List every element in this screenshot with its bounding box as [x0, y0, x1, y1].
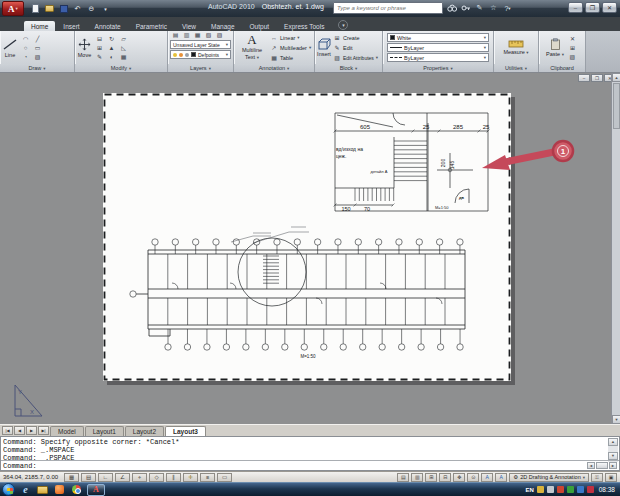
favorites-star-icon[interactable]: ☆	[488, 3, 499, 14]
search-binoculars-icon[interactable]	[446, 3, 457, 14]
tab-insert[interactable]: Insert	[56, 21, 86, 31]
tray-printer-icon[interactable]	[547, 486, 554, 493]
ducs-toggle[interactable]: ∥	[166, 473, 181, 482]
linetype-dropdown[interactable]: ByLayer▾	[387, 53, 489, 62]
multileader-button[interactable]: ↗Multileader▾	[270, 43, 311, 52]
command-scroll-down-icon[interactable]: ▼	[608, 452, 618, 460]
new-file-button[interactable]	[30, 3, 41, 14]
tray-shield-icon[interactable]	[537, 486, 544, 493]
panel-modify-expander[interactable]: Modify▾	[75, 64, 167, 72]
zoom-icon[interactable]: ⊙	[467, 473, 479, 482]
table-button[interactable]: ▦Table	[270, 53, 311, 62]
match-properties-icon[interactable]: ▨	[567, 53, 578, 61]
chrome-button[interactable]	[70, 484, 83, 496]
panel-block-expander[interactable]: Block▾	[315, 64, 382, 72]
explorer-button[interactable]	[36, 484, 49, 496]
tab-layout3[interactable]: Layout3	[165, 426, 206, 436]
command-line-window[interactable]: Command: Specify opposite corner: *Cance…	[0, 436, 620, 471]
help-button[interactable]: ?▾	[502, 3, 513, 14]
tab-manage[interactable]: Manage	[204, 21, 242, 31]
line-button[interactable]: Line	[2, 38, 18, 58]
save-button[interactable]	[58, 3, 69, 14]
plot-button[interactable]: ⊖	[86, 3, 97, 14]
stretch-icon[interactable]: ✎	[94, 53, 105, 61]
panel-draw-expander[interactable]: Draw▾	[0, 64, 74, 72]
panel-annotation-expander[interactable]: Annotation▾	[234, 64, 314, 72]
canvas-vertical-scrollbar[interactable]: ▲ ▼	[611, 73, 620, 424]
quick-properties-toggle[interactable]: ▭	[217, 473, 232, 482]
edit-attributes-button[interactable]: ▨Edit Attributes▾	[333, 53, 378, 62]
ortho-toggle[interactable]: ∟	[98, 473, 113, 482]
media-player-button[interactable]	[53, 484, 66, 496]
draw-mini-tools[interactable]: ◠╱ ○▭ ◔▨	[20, 35, 43, 61]
rotate-icon[interactable]: ↻	[106, 35, 117, 43]
command-input-line[interactable]: Command: ◀ ▶	[1, 460, 619, 470]
circle-icon[interactable]: ○	[20, 44, 31, 52]
annotation-visibility-icon[interactable]: A	[495, 473, 507, 482]
polyline-icon[interactable]: ╱	[32, 35, 43, 43]
language-indicator[interactable]: EN	[525, 487, 533, 493]
layer-off-icon[interactable]: ▥	[181, 32, 192, 39]
tab-home[interactable]: Home	[24, 21, 55, 31]
tab-view[interactable]: View	[175, 21, 203, 31]
multiline-text-button[interactable]: A Multiline Text ▾	[236, 34, 268, 61]
object-color-dropdown[interactable]: White▾	[387, 33, 489, 42]
quick-view-layouts-icon[interactable]: ⊞	[425, 473, 437, 482]
last-layout-button[interactable]: ▶|	[38, 426, 49, 435]
tab-output[interactable]: Output	[243, 21, 277, 31]
scale-icon[interactable]: ◐	[106, 53, 117, 61]
subscription-key-icon[interactable]	[460, 3, 471, 14]
panel-layers-expander[interactable]: Layers▾	[168, 64, 233, 72]
minimize-button[interactable]: –	[568, 2, 583, 13]
polar-toggle[interactable]: ∠	[115, 473, 130, 482]
hatch-icon[interactable]: ▨	[32, 53, 43, 61]
layer-properties-icon[interactable]: ▤	[170, 32, 181, 39]
layer-mini-tools[interactable]: ▤ ▥ ▦ ▧ ▨	[170, 32, 231, 39]
annotation-scale-icon[interactable]: A	[481, 473, 493, 482]
snap-toggle[interactable]: ▦	[64, 473, 79, 482]
open-file-button[interactable]	[44, 3, 55, 14]
scroll-down-arrow[interactable]: ▼	[612, 415, 620, 424]
qat-customize-button[interactable]: ▾	[100, 3, 111, 14]
undo-button[interactable]: ↶	[72, 3, 83, 14]
command-scrollbar[interactable]: ▲ ▼	[608, 438, 618, 462]
tab-express-tools[interactable]: Express Tools	[277, 21, 331, 31]
tray-window-icon[interactable]	[577, 486, 584, 493]
layer-state-dropdown[interactable]: Unsaved Layer State▾	[170, 40, 231, 49]
layer-dropdown[interactable]: Defpoints▾	[170, 50, 231, 59]
move-button[interactable]: Move	[77, 38, 92, 58]
ellipse-icon[interactable]: ◔	[20, 53, 31, 61]
tab-annotate[interactable]: Annotate	[88, 21, 128, 31]
copy-clip-icon[interactable]: ⊞	[567, 44, 578, 52]
next-layout-button[interactable]: ▶	[26, 426, 37, 435]
minimize-ribbon-button[interactable]: ▾	[338, 20, 348, 30]
arc-icon[interactable]: ◠	[20, 35, 31, 43]
command-scroll-up-icon[interactable]: ▲	[608, 438, 618, 446]
mirror-icon[interactable]: ▲	[106, 44, 117, 52]
workspace-switcher[interactable]: ⚙ 2D Drafting & Annotation ▾	[509, 473, 589, 482]
tray-update-icon[interactable]	[587, 486, 594, 493]
measure-button[interactable]: Measure ▾	[503, 39, 528, 56]
model-space-button[interactable]: ▤	[397, 473, 409, 482]
communication-center-icon[interactable]: ✎	[474, 3, 485, 14]
drawing-viewport[interactable]: – ❐ ✕ 605 25 285 25 вд/изход на цеж. дет…	[0, 73, 620, 424]
tab-model[interactable]: Model	[50, 426, 84, 436]
close-button[interactable]: ✕	[602, 2, 617, 13]
paper-space-button[interactable]: ▥	[411, 473, 423, 482]
command-scroll-right-icon[interactable]: ▶	[609, 462, 617, 469]
toolbar-lock-icon[interactable]: ⚿	[591, 473, 603, 482]
app-menu-button[interactable]: A ▾	[2, 1, 24, 16]
first-layout-button[interactable]: |◀	[2, 426, 13, 435]
grid-toggle[interactable]: ▤	[81, 473, 96, 482]
array-icon[interactable]: ▦	[118, 53, 129, 61]
command-scroll-left-icon[interactable]: ◀	[587, 462, 595, 469]
trim-icon[interactable]: ▱	[118, 35, 129, 43]
tab-layout2[interactable]: Layout2	[125, 426, 164, 436]
restore-button[interactable]: ❐	[585, 2, 600, 13]
internet-explorer-button[interactable]: e	[19, 484, 32, 496]
command-hscroll-thumb[interactable]	[596, 462, 608, 469]
tab-parametric[interactable]: Parametric	[129, 21, 174, 31]
edit-block-button[interactable]: ✎Edit	[333, 43, 378, 52]
lineweight-toggle[interactable]: ≡	[200, 473, 215, 482]
tab-layout1[interactable]: Layout1	[85, 426, 124, 436]
